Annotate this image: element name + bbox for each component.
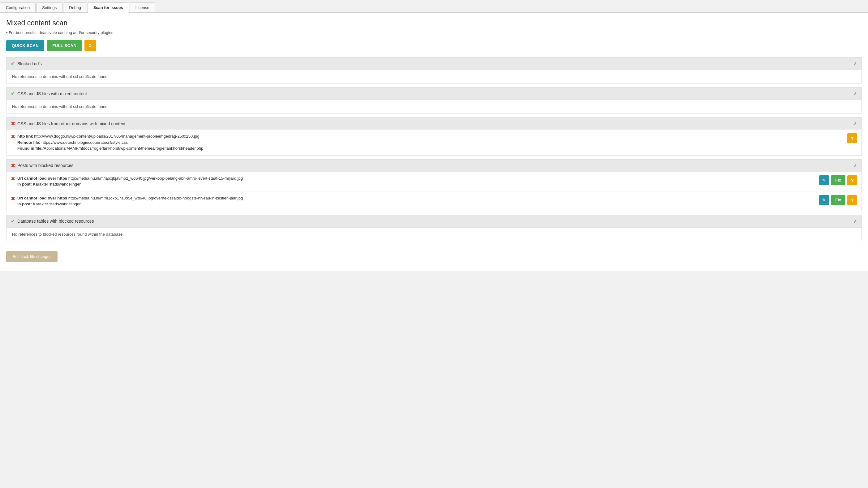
chevron-up-icon: ∧ — [854, 218, 857, 224]
section-css-js-other-domains: ✖ CSS and JS files from other domains wi… — [6, 117, 862, 156]
issue-text: Url cannot load over https http://media.… — [17, 195, 243, 207]
remote-file-value: https://www.detechnologiecooperatie.nl/s… — [41, 140, 128, 145]
section-css-js-mixed: ✔ CSS and JS files with mixed content ∧ … — [6, 87, 862, 113]
issue-x-icon: ✖ — [11, 176, 15, 182]
help-button[interactable]: ? — [847, 133, 857, 143]
issue-actions: ? — [847, 133, 857, 143]
chevron-up-icon: ∧ — [854, 163, 857, 168]
section-database-blocked: ✔ Database tables with blocked resources… — [6, 215, 862, 241]
remote-file-label: Remote file: — [17, 140, 40, 145]
tab-debug[interactable]: Debug — [63, 2, 87, 12]
issues-container-css-js-other-domains: ✖ http link http://www.doggo.nl/wp-conte… — [6, 130, 862, 155]
edit-button[interactable]: ✎ — [819, 195, 829, 205]
sections-container: ✔ Blocked url's ∧ No references to domai… — [6, 57, 862, 241]
issue-row: ✖ Url cannot load over https http://medi… — [6, 191, 862, 211]
issue-left: ✖ Url cannot load over https http://medi… — [11, 175, 814, 187]
section-header-posts-blocked-resources[interactable]: ✖ Posts with blocked resources ∧ — [6, 160, 862, 172]
check-icon: ✔ — [11, 91, 15, 96]
issue-left: ✖ Url cannot load over https http://medi… — [11, 195, 814, 207]
section-header-left: ✔ Blocked url's — [11, 61, 42, 66]
section-header-left: ✖ CSS and JS files from other domains wi… — [11, 121, 125, 127]
quick-scan-button[interactable]: QUICK SCAN — [6, 40, 44, 51]
http-link-label: http link — [17, 134, 33, 138]
chevron-up-icon: ∧ — [854, 61, 857, 66]
section-header-database-blocked[interactable]: ✔ Database tables with blocked resources… — [6, 215, 862, 227]
scan-settings-button[interactable]: ⚙ — [85, 40, 96, 51]
in-post-label: In post: — [17, 182, 32, 187]
issue-row: ✖ Url cannot load over https http://medi… — [6, 172, 862, 191]
http-link-value: http://www.doggo.nl/wp-content/uploads/2… — [34, 134, 199, 138]
section-header-css-js-other-domains[interactable]: ✖ CSS and JS files from other domains wi… — [6, 118, 862, 130]
section-blocked-urls: ✔ Blocked url's ∧ No references to domai… — [6, 57, 862, 84]
url-value: http://media.nu.nl/m/iaoxjlqavmo2_wd640.… — [68, 176, 243, 181]
section-header-css-js-mixed[interactable]: ✔ CSS and JS files with mixed content ∧ — [6, 88, 862, 100]
tab-configuration[interactable]: Configuration — [0, 2, 36, 12]
main-content: Mixed content scan For best results, dea… — [0, 13, 868, 271]
x-icon: ✖ — [11, 121, 15, 127]
chevron-up-icon: ∧ — [854, 91, 857, 96]
url-label: Url cannot load over https — [17, 196, 67, 200]
chevron-up-icon: ∧ — [854, 121, 857, 127]
section-title: Posts with blocked resources — [17, 163, 73, 168]
section-body-css-js-mixed: No references to domains without ssl cer… — [6, 100, 862, 113]
fix-button[interactable]: Fix — [831, 175, 845, 185]
section-title: CSS and JS files with mixed content — [17, 91, 87, 96]
edit-button[interactable]: ✎ — [819, 175, 829, 185]
tabs-nav: ConfigurationSettingsDebugScan for issue… — [0, 0, 868, 13]
section-header-left: ✔ CSS and JS files with mixed content — [11, 91, 87, 96]
help-button[interactable]: ? — [847, 175, 857, 185]
in-post-label: In post: — [17, 202, 32, 206]
check-icon: ✔ — [11, 218, 15, 224]
issue-x-icon: ✖ — [11, 134, 15, 140]
issue-actions: ✎Fix? — [819, 195, 857, 205]
issue-row: ✖ http link http://www.doggo.nl/wp-conte… — [6, 130, 862, 155]
found-in-label: Found in file: — [17, 146, 43, 151]
issues-container-posts-blocked-resources: ✖ Url cannot load over https http://medi… — [6, 172, 862, 211]
url-label: Url cannot load over https — [17, 176, 67, 181]
section-header-blocked-urls[interactable]: ✔ Blocked url's ∧ — [6, 58, 862, 70]
in-post-value: Karakter stadswandelingen — [33, 202, 82, 206]
section-body-blocked-urls: No references to domains without ssl cer… — [6, 70, 862, 83]
section-header-left: ✖ Posts with blocked resources — [11, 163, 73, 168]
full-scan-button[interactable]: FULL SCAN — [47, 40, 82, 51]
section-body-database-blocked: No references to blocked resources found… — [6, 227, 862, 241]
check-icon: ✔ — [11, 61, 15, 66]
fix-button[interactable]: Fix — [831, 195, 845, 205]
tab-settings[interactable]: Settings — [36, 2, 62, 12]
rollback-button[interactable]: Roll back file changes — [6, 251, 58, 262]
tab-scan-for-issues[interactable]: Scan for issues — [88, 2, 129, 13]
issue-actions: ✎Fix? — [819, 175, 857, 185]
issue-text: Url cannot load over https http://media.… — [17, 175, 243, 187]
section-title: CSS and JS files from other domains with… — [17, 121, 125, 126]
x-icon: ✖ — [11, 163, 15, 168]
tab-license[interactable]: License — [130, 2, 155, 12]
section-posts-blocked-resources: ✖ Posts with blocked resources ∧ ✖ Url c… — [6, 159, 862, 211]
url-value: http://media.nu.nl/m/m1oxp17a8o5e_wd640.… — [68, 196, 243, 200]
scan-buttons-row: QUICK SCAN FULL SCAN ⚙ — [6, 40, 862, 51]
page-title: Mixed content scan — [6, 19, 862, 27]
issue-left: ✖ http link http://www.doggo.nl/wp-conte… — [11, 133, 842, 152]
in-post-value: Karakter stadswandelingen — [33, 182, 82, 187]
issue-x-icon: ✖ — [11, 196, 15, 202]
section-header-left: ✔ Database tables with blocked resources — [11, 218, 94, 224]
section-title: Blocked url's — [17, 61, 42, 66]
page-tip: For best results, deactivate caching and… — [6, 30, 862, 35]
issue-text: http link http://www.doggo.nl/wp-content… — [17, 133, 203, 152]
found-in-value: /Applications/MAMP/htdocs/rogierlankhors… — [43, 146, 204, 151]
section-title: Database tables with blocked resources — [17, 219, 94, 224]
help-button[interactable]: ? — [847, 195, 857, 205]
